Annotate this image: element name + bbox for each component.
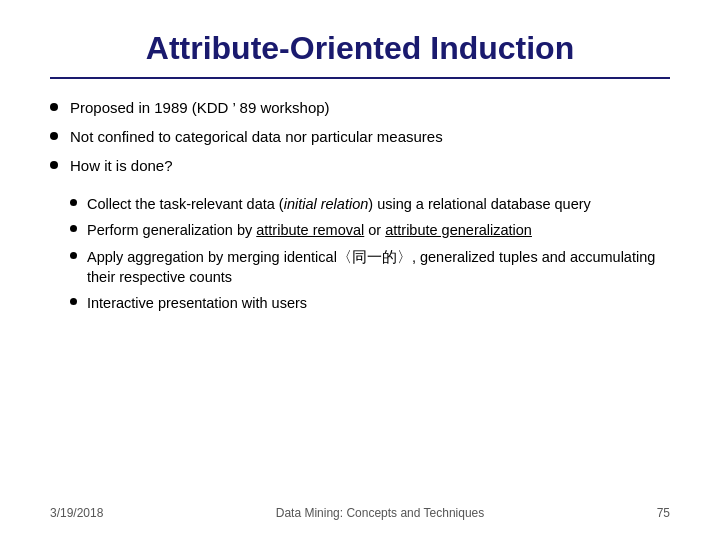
slide-footer: 3/19/2018 Data Mining: Concepts and Tech… (50, 506, 670, 520)
bullet-2: Not confined to categorical data nor par… (50, 126, 670, 147)
sub-bullet-4-text: Interactive presentation with users (87, 293, 670, 313)
underline-2: attribute generalization (385, 222, 532, 238)
sub-bullet-4: Interactive presentation with users (70, 293, 670, 313)
sub-bullet-1-text: Collect the task-relevant data (initial … (87, 194, 670, 214)
underline-1: attribute removal (256, 222, 364, 238)
title-divider (50, 77, 670, 79)
bullet-2-text: Not confined to categorical data nor par… (70, 126, 670, 147)
sub-bullet-3-text: Apply aggregation by merging identical〈同… (87, 247, 670, 288)
footer-title: Data Mining: Concepts and Techniques (276, 506, 485, 520)
sub-items: Collect the task-relevant data (initial … (70, 194, 670, 313)
sub-bullet-2-text: Perform generalization by attribute remo… (87, 220, 670, 240)
bullet-dot-1 (50, 103, 58, 111)
sub-bullet-dot-2 (70, 225, 77, 232)
footer-date: 3/19/2018 (50, 506, 103, 520)
slide: Attribute-Oriented Induction Proposed in… (0, 0, 720, 540)
footer-page: 75 (657, 506, 670, 520)
bullet-dot-3 (50, 161, 58, 169)
sub-bullet-dot-4 (70, 298, 77, 305)
bullet-dot-2 (50, 132, 58, 140)
sub-bullet-3: Apply aggregation by merging identical〈同… (70, 247, 670, 288)
slide-title: Attribute-Oriented Induction (50, 30, 670, 67)
italic-text: initial relation (284, 196, 369, 212)
bullet-1: Proposed in 1989 (KDD ’ 89 workshop) (50, 97, 670, 118)
sub-bullet-dot-1 (70, 199, 77, 206)
sub-bullet-dot-3 (70, 252, 77, 259)
sub-bullet-2: Perform generalization by attribute remo… (70, 220, 670, 240)
bullet-1-text: Proposed in 1989 (KDD ’ 89 workshop) (70, 97, 670, 118)
slide-content: Proposed in 1989 (KDD ’ 89 workshop) Not… (50, 97, 670, 496)
bullet-3-text: How it is done? (70, 155, 173, 176)
bullet-3: How it is done? Collect the task-relevan… (50, 155, 670, 313)
sub-bullet-1: Collect the task-relevant data (initial … (70, 194, 670, 214)
